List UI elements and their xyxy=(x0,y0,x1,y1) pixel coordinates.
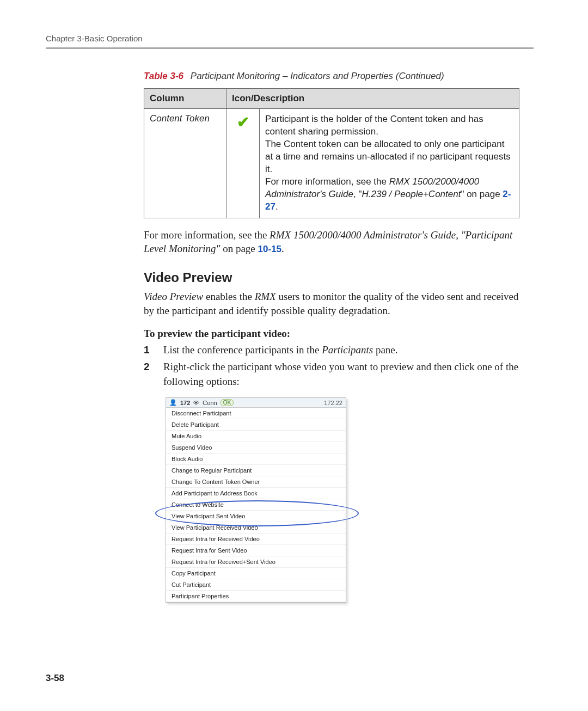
header-rule xyxy=(46,47,534,49)
user-icon: 👤 xyxy=(169,399,177,406)
chapter-header: Chapter 3-Basic Operation xyxy=(46,34,534,43)
p2a: Video Preview xyxy=(144,291,203,302)
caption-text: Participant Monitoring – Indicators and … xyxy=(191,71,444,81)
cell-column-name: Content Token xyxy=(144,109,226,218)
menu-item-cut-participant[interactable]: Cut Participant xyxy=(166,579,346,591)
menu-item-block-audio[interactable]: Block Audio xyxy=(166,453,346,465)
eye-icon: 👁 xyxy=(193,400,199,406)
table-caption: Table 3-6 Participant Monitoring – Indic… xyxy=(144,71,534,82)
s1c: pane. xyxy=(373,344,397,356)
desc-line-2: The Content token can be allocated to on… xyxy=(265,139,511,174)
context-menu-figure: 👤 172 👁 Conn OK 172.22 Disconnect Partic… xyxy=(166,397,346,603)
s1a: List the conference participants in the xyxy=(163,344,322,356)
menu-item-request-intra-sent[interactable]: Request Intra for Sent Video xyxy=(166,545,346,556)
table-header-row: Column Icon/Description xyxy=(144,89,519,109)
table-row: Content Token ✔ Participant is the holde… xyxy=(144,109,519,218)
menu-item-disconnect-participant[interactable]: Disconnect Participant xyxy=(166,408,346,419)
paragraph-more-info: For more information, see the RMX 1500/2… xyxy=(144,228,528,256)
page-number: 3-58 xyxy=(46,673,64,684)
ok-badge: OK xyxy=(220,399,234,406)
step-2: 2 Right-click the participant whose vide… xyxy=(144,360,534,389)
section-heading-video-preview: Video Preview xyxy=(144,270,534,285)
properties-table: Column Icon/Description Content Token ✔ … xyxy=(144,88,519,218)
menu-item-view-received-video[interactable]: View Participant Received Video xyxy=(166,522,346,534)
lead-in-text: To preview the participant video: xyxy=(144,328,534,340)
step-2-number: 2 xyxy=(144,360,154,389)
th-icon-description: Icon/Description xyxy=(226,89,519,109)
document-page: Chapter 3-Basic Operation Table 3-6 Part… xyxy=(0,0,588,711)
desc-line-3c: , " xyxy=(353,189,362,199)
step-1-text: List the conference participants in the … xyxy=(163,343,398,358)
menu-item-request-intra-both[interactable]: Request Intra for Received+Sent Video xyxy=(166,556,346,568)
desc-line-3a: For more information, see the xyxy=(265,176,389,187)
p2c: RMX xyxy=(255,291,276,302)
ip-label: 172.22 xyxy=(324,400,342,406)
menu-item-delete-participant[interactable]: Delete Participant xyxy=(166,419,346,431)
steps-list: 1 List the conference participants in th… xyxy=(144,343,534,389)
p1c: on page xyxy=(220,243,258,254)
p1a: For more information, see the xyxy=(144,229,270,241)
step-1: 1 List the conference participants in th… xyxy=(144,343,534,358)
menu-item-connect-website[interactable]: Connect to Website xyxy=(166,499,346,511)
menu-item-participant-properties[interactable]: Participant Properties xyxy=(166,591,346,602)
desc-line-3d: H.239 / People+Content xyxy=(362,189,461,199)
cell-icon: ✔ xyxy=(226,109,260,218)
cell-description: Participant is the holder of the Content… xyxy=(260,109,519,218)
desc-line-1: Participant is the holder of the Content… xyxy=(265,114,483,137)
menu-item-copy-participant[interactable]: Copy Participant xyxy=(166,568,346,579)
conn-label: Conn xyxy=(203,400,217,406)
menu-item-mute-audio[interactable]: Mute Audio xyxy=(166,431,346,442)
participant-number: 172 xyxy=(180,400,190,406)
menu-item-change-regular[interactable]: Change to Regular Participant xyxy=(166,465,346,476)
paragraph-video-preview: Video Preview enables the RMX users to m… xyxy=(144,290,528,317)
p2b: enables the xyxy=(203,291,254,302)
page-link-10-15[interactable]: 10-15 xyxy=(258,244,281,254)
step-2-text: Right-click the participant whose video … xyxy=(163,360,534,389)
menu-item-change-content-token[interactable]: Change To Content Token Owner xyxy=(166,476,346,488)
desc-line-3end: . xyxy=(275,201,278,212)
p1d: . xyxy=(281,243,284,254)
menu-item-request-intra-received[interactable]: Request Intra for Received Video xyxy=(166,534,346,545)
step-1-number: 1 xyxy=(144,343,154,358)
menu-item-view-sent-video[interactable]: View Participant Sent Video xyxy=(166,511,346,522)
menu-item-suspend-video[interactable]: Suspend Video xyxy=(166,442,346,453)
s1b: Participants xyxy=(322,344,373,356)
context-menu-header: 👤 172 👁 Conn OK 172.22 xyxy=(166,398,346,408)
menu-item-add-address-book[interactable]: Add Participant to Address Book xyxy=(166,488,346,499)
checkmark-icon: ✔ xyxy=(237,114,249,131)
desc-line-3e: " on page xyxy=(461,189,503,199)
caption-label: Table 3-6 xyxy=(144,71,183,81)
th-column: Column xyxy=(144,89,226,109)
